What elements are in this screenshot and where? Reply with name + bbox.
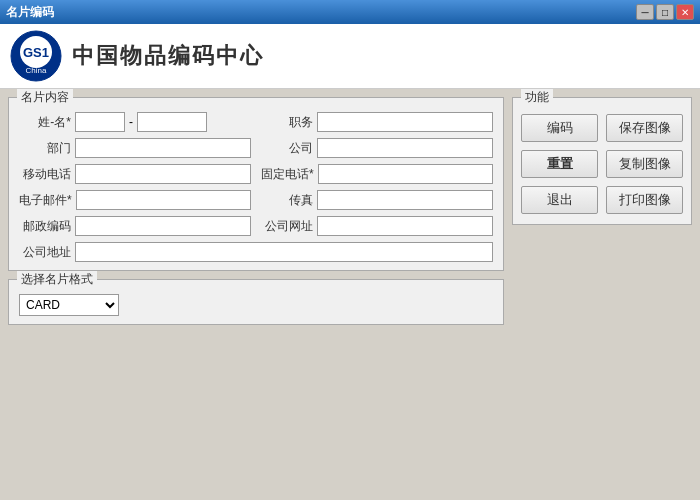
main-window: 名片编码 ─ □ ✕ GS1 China 中国物品编码中心 名片内容 xyxy=(0,0,700,500)
company-label: 公司 xyxy=(261,140,313,157)
address-row: 公司地址 xyxy=(19,242,493,262)
reset-button[interactable]: 重置 xyxy=(521,150,598,178)
format-group: 选择名片格式 CARD VCF OTHER xyxy=(8,279,504,325)
svg-text:China: China xyxy=(26,66,47,75)
fixed-phone-input[interactable] xyxy=(318,164,493,184)
postal-row: 邮政编码 xyxy=(19,216,251,236)
save-image-button[interactable]: 保存图像 xyxy=(606,114,683,142)
minimize-button[interactable]: ─ xyxy=(636,4,654,20)
mobile-label: 移动电话 xyxy=(19,166,71,183)
mobile-row: 移动电话 xyxy=(19,164,251,184)
close-button[interactable]: ✕ xyxy=(676,4,694,20)
svg-text:GS1: GS1 xyxy=(23,45,49,60)
address-input[interactable] xyxy=(75,242,493,262)
address-label: 公司地址 xyxy=(19,244,71,261)
copy-image-button[interactable]: 复制图像 xyxy=(606,150,683,178)
last-name-input[interactable] xyxy=(75,112,125,132)
exit-button[interactable]: 退出 xyxy=(521,186,598,214)
right-panel: 功能 编码 保存图像 重置 复制图像 退出 打印图像 xyxy=(512,97,692,492)
email-label: 电子邮件* xyxy=(19,192,72,209)
function-group-title: 功能 xyxy=(521,89,553,106)
format-select[interactable]: CARD VCF OTHER xyxy=(19,294,119,316)
body-area: 名片内容 姓-名* - 职务 部门 xyxy=(0,89,700,500)
mobile-input[interactable] xyxy=(75,164,251,184)
website-label: 公司网址 xyxy=(261,218,313,235)
position-label: 职务 xyxy=(261,114,313,131)
name-row: 姓-名* - xyxy=(19,112,251,132)
format-select-wrap: CARD VCF OTHER xyxy=(19,294,493,316)
position-input[interactable] xyxy=(317,112,493,132)
last-name-label: 姓-名* xyxy=(19,114,71,131)
website-input[interactable] xyxy=(317,216,493,236)
website-row: 公司网址 xyxy=(261,216,493,236)
department-input[interactable] xyxy=(75,138,251,158)
first-name-input[interactable] xyxy=(137,112,207,132)
maximize-button[interactable]: □ xyxy=(656,4,674,20)
fax-input[interactable] xyxy=(317,190,493,210)
function-grid: 编码 保存图像 重置 复制图像 退出 打印图像 xyxy=(521,114,683,214)
form-grid: 姓-名* - 职务 部门 公司 xyxy=(19,112,493,262)
encode-button[interactable]: 编码 xyxy=(521,114,598,142)
fixed-phone-label: 固定电话* xyxy=(261,166,314,183)
window-controls: ─ □ ✕ xyxy=(636,4,694,20)
fax-label: 传真 xyxy=(261,192,313,209)
company-input[interactable] xyxy=(317,138,493,158)
gs1-logo: GS1 China xyxy=(10,30,62,82)
fax-row: 传真 xyxy=(261,190,493,210)
format-group-title: 选择名片格式 xyxy=(17,271,97,288)
fixed-phone-row: 固定电话* xyxy=(261,164,493,184)
department-row: 部门 xyxy=(19,138,251,158)
left-panel: 名片内容 姓-名* - 职务 部门 xyxy=(8,97,504,492)
window-title: 名片编码 xyxy=(6,4,54,21)
postal-input[interactable] xyxy=(75,216,251,236)
email-row: 电子邮件* xyxy=(19,190,251,210)
position-row: 职务 xyxy=(261,112,493,132)
print-image-button[interactable]: 打印图像 xyxy=(606,186,683,214)
name-separator: - xyxy=(129,115,133,129)
function-group: 功能 编码 保存图像 重置 复制图像 退出 打印图像 xyxy=(512,97,692,225)
company-row: 公司 xyxy=(261,138,493,158)
app-header: GS1 China 中国物品编码中心 xyxy=(0,24,700,89)
company-name: 中国物品编码中心 xyxy=(72,41,264,71)
title-bar: 名片编码 ─ □ ✕ xyxy=(0,0,700,24)
email-input[interactable] xyxy=(76,190,251,210)
card-content-group: 名片内容 姓-名* - 职务 部门 xyxy=(8,97,504,271)
department-label: 部门 xyxy=(19,140,71,157)
card-content-title: 名片内容 xyxy=(17,89,73,106)
postal-label: 邮政编码 xyxy=(19,218,71,235)
